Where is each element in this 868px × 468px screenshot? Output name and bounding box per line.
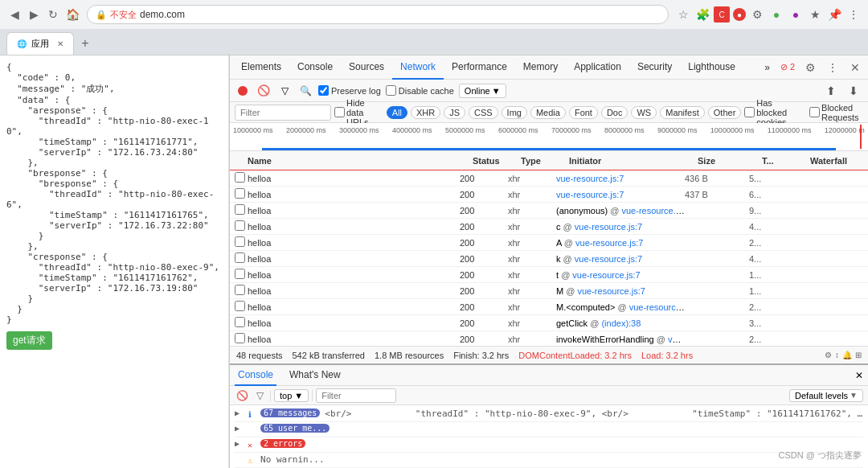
table-row[interactable]: helloa 200 xhr getClick @ (index):38 3..…	[230, 315, 868, 331]
back-button[interactable]: ◀	[6, 6, 23, 23]
expand-button[interactable]: ▶	[235, 408, 240, 417]
table-row[interactable]: helloa 200 xhr M.<computed> @ vue-resour…	[230, 299, 868, 315]
table-row[interactable]: helloa 200 xhr invokeWithErrorHandling @…	[230, 331, 868, 346]
more-tabs-button[interactable]: »	[760, 58, 775, 77]
initiator-link[interactable]: vue-resource.js:7	[556, 190, 624, 199]
table-row[interactable]: helloa 200 xhr vue-resource.js:7 436 B 5…	[230, 170, 868, 187]
has-blocked-checkbox[interactable]	[744, 107, 755, 117]
search-button[interactable]: 🔍	[297, 83, 313, 99]
status-icon-2[interactable]: ↕	[835, 351, 839, 359]
filter-tag-js[interactable]: JS	[444, 106, 465, 119]
row-select[interactable]	[235, 301, 248, 313]
console-filter-button[interactable]: ▽	[252, 388, 267, 403]
table-row[interactable]: helloa 200 xhr k @ vue-resource.js:7 4..…	[230, 251, 868, 267]
ext6-icon[interactable]: ★	[807, 6, 823, 23]
row-checkbox[interactable]	[235, 285, 245, 295]
filter-tag-all[interactable]: All	[387, 106, 407, 119]
row-select[interactable]	[235, 317, 248, 329]
blocked-requests-checkbox[interactable]	[809, 107, 820, 117]
disable-cache-checkbox[interactable]	[386, 85, 396, 96]
preserve-log-label[interactable]: Preserve log	[318, 85, 381, 96]
error-badge[interactable]: ⊘ 2	[778, 58, 797, 77]
address-bar[interactable]: 🔒 不安全 demo.com	[87, 5, 669, 24]
more-icon[interactable]: ⋮	[845, 6, 862, 23]
filter-tag-media[interactable]: Media	[530, 106, 566, 119]
row-checkbox[interactable]	[235, 172, 245, 183]
filter-tag-manifest[interactable]: Manifest	[660, 106, 705, 119]
row-select[interactable]	[235, 236, 248, 248]
more-options-button[interactable]: ⋮	[823, 58, 842, 77]
header-initiator[interactable]: Initiator	[569, 156, 698, 166]
table-row[interactable]: helloa 200 xhr t @ vue-resource.js:7 1..…	[230, 267, 868, 283]
row-checkbox[interactable]	[235, 252, 245, 263]
active-tab[interactable]: 🌐 应用 ✕	[6, 32, 74, 55]
settings-button[interactable]: ⚙	[800, 58, 820, 77]
initiator-link[interactable]: vue-resource.js:7	[556, 174, 624, 183]
clear-button[interactable]: 🚫	[256, 83, 272, 99]
row-select[interactable]	[235, 333, 248, 345]
expand-button[interactable]: ▶	[235, 439, 240, 448]
console-tab-whats-new[interactable]: What's New	[286, 365, 344, 386]
header-type[interactable]: Type	[521, 156, 569, 166]
ext4-icon[interactable]: ●	[768, 6, 784, 23]
tab-network[interactable]: Network	[392, 55, 444, 80]
close-devtools-button[interactable]: ✕	[845, 58, 865, 77]
row-select[interactable]	[235, 188, 248, 200]
pin-icon[interactable]: 📌	[826, 6, 842, 23]
console-levels-dropdown[interactable]: Default levels ▼	[789, 389, 863, 402]
row-checkbox[interactable]	[235, 317, 245, 327]
table-row[interactable]: helloa 200 xhr c @ vue-resource.js:7 4..…	[230, 219, 868, 235]
initiator-link[interactable]: vue-resource.js:7	[575, 238, 643, 248]
hide-data-urls-checkbox[interactable]	[334, 107, 345, 117]
row-select[interactable]	[235, 285, 248, 297]
extensions-icon[interactable]: 🧩	[694, 6, 710, 23]
initiator-link[interactable]: vue-resource.js:7	[575, 254, 642, 264]
ext2-icon[interactable]: ●	[733, 8, 746, 21]
tab-elements[interactable]: Elements	[233, 55, 289, 80]
status-icon-4[interactable]: ⊞	[855, 351, 862, 359]
tab-lighthouse[interactable]: Lighthouse	[680, 55, 743, 80]
header-name[interactable]: Name	[248, 156, 473, 166]
import-button[interactable]: ⬆	[821, 83, 841, 99]
console-context-dropdown[interactable]: top ▼	[274, 389, 309, 402]
status-icon-1[interactable]: ⚙	[825, 351, 832, 359]
table-row[interactable]: helloa 200 xhr vue-resource.js:7 437 B 6…	[230, 187, 868, 203]
disable-cache-label[interactable]: Disable cache	[386, 85, 454, 96]
row-checkbox[interactable]	[235, 188, 245, 199]
tab-performance[interactable]: Performance	[444, 55, 515, 80]
row-select[interactable]	[235, 252, 248, 265]
tab-security[interactable]: Security	[629, 55, 680, 80]
row-checkbox[interactable]	[235, 204, 245, 215]
row-select[interactable]	[235, 172, 248, 184]
tab-application[interactable]: Application	[566, 55, 629, 80]
forward-button[interactable]: ▶	[26, 6, 42, 23]
row-checkbox[interactable]	[235, 236, 245, 247]
get-request-button[interactable]: get请求	[6, 331, 52, 350]
ext3-icon[interactable]: ⚙	[749, 6, 765, 23]
filter-tag-img[interactable]: Img	[502, 106, 527, 119]
initiator-link[interactable]: vue-resource.js:7	[577, 286, 645, 296]
filter-tag-xhr[interactable]: XHR	[411, 106, 440, 119]
console-filter-input[interactable]	[316, 388, 396, 403]
row-select[interactable]	[235, 204, 248, 216]
table-row[interactable]: helloa 200 xhr (anonymous) @ vue-resourc…	[230, 203, 868, 219]
console-close-button[interactable]: ✕	[855, 370, 863, 381]
row-checkbox[interactable]	[235, 301, 245, 311]
ext5-icon[interactable]: ●	[788, 6, 804, 23]
preserve-log-checkbox[interactable]	[318, 85, 329, 96]
status-icon-3[interactable]: 🔔	[842, 351, 852, 359]
tab-memory[interactable]: Memory	[515, 55, 566, 80]
console-tab-console[interactable]: Console	[235, 365, 276, 386]
row-select[interactable]	[235, 220, 248, 232]
filter-tag-ws[interactable]: WS	[631, 106, 657, 119]
timeline[interactable]: 1000000 ms 2000000 ms 3000000 ms 4000000…	[230, 123, 868, 151]
initiator-link[interactable]: (index):38	[601, 318, 641, 328]
filter-button[interactable]: ▽	[276, 83, 293, 99]
expand-button[interactable]: ▶	[235, 424, 240, 433]
header-time[interactable]: T...	[762, 156, 810, 166]
row-checkbox[interactable]	[235, 269, 245, 279]
console-clear-button[interactable]: 🚫	[235, 388, 249, 403]
bookmark-icon[interactable]: ☆	[675, 6, 691, 23]
header-size[interactable]: Size	[698, 156, 762, 166]
initiator-link[interactable]: vue-resource.js:7	[575, 222, 642, 232]
